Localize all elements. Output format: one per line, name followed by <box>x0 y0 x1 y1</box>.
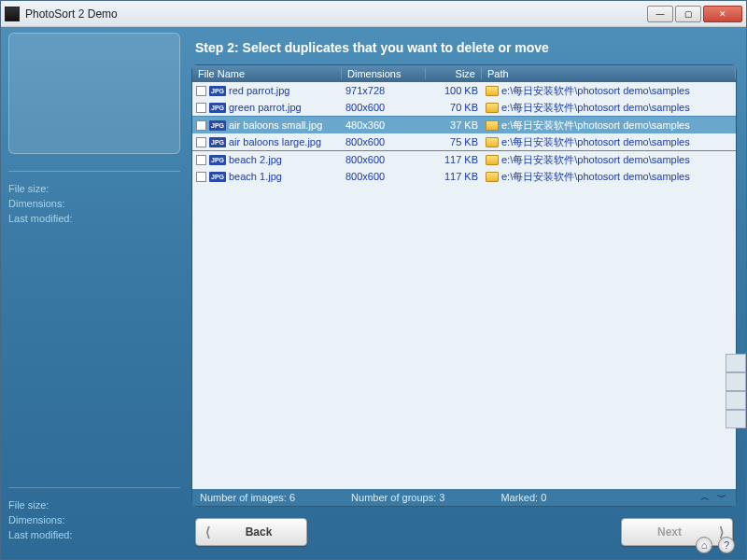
status-groups: Number of groups: 3 <box>351 492 444 503</box>
file-dimensions: 747x560 <box>342 102 426 113</box>
status-images: Number of images: 6 <box>200 492 295 503</box>
app-window: PhotoSort 2 Demo — ▢ ✕ File size: Dimens… <box>0 0 747 560</box>
table-row[interactable]: JPGgreen parrot.jpg800x60070 KBe:\每日安装软件… <box>192 99 736 116</box>
lastmod-label: Last modified: <box>8 527 180 542</box>
jpg-icon: JPG <box>209 86 226 96</box>
jpg-icon: JPG <box>209 103 226 113</box>
file-size: 70 KB <box>426 102 482 113</box>
lastmod-label: Last modified: <box>8 211 180 226</box>
maximize-button[interactable]: ▢ <box>675 6 701 22</box>
file-size: 75 KB <box>426 136 482 147</box>
folder-icon <box>486 155 499 165</box>
thumb-slot[interactable] <box>726 391 746 410</box>
file-name: beach 2.jpg <box>229 154 282 165</box>
filesize-label: File size: <box>8 181 180 196</box>
file-path: e:\每日安装软件\photosort demo\samples <box>501 101 690 115</box>
file-name: beach 1.jpg <box>229 171 282 182</box>
file-size: 117 KB <box>426 171 482 182</box>
titlebar[interactable]: PhotoSort 2 Demo — ▢ ✕ <box>1 1 746 27</box>
row-checkbox[interactable] <box>196 120 206 131</box>
thumb-slot[interactable] <box>726 354 746 372</box>
nav-buttons: ⟨ Back Next ⟩ <box>191 507 737 552</box>
chevron-left-icon: ⟨ <box>196 525 218 539</box>
col-filename[interactable]: File Name <box>192 68 342 79</box>
thumb-slot[interactable] <box>726 372 746 391</box>
file-dimensions: 480x360 <box>342 119 426 131</box>
jpg-icon: JPG <box>209 172 226 182</box>
file-path: e:\每日安装软件\photosort demo\samples <box>501 119 690 133</box>
file-dimensions: 747x560 <box>342 171 426 182</box>
file-dimensions: 747x560 <box>342 136 426 147</box>
close-button[interactable]: ✕ <box>703 6 742 22</box>
col-path[interactable]: Path <box>482 68 736 79</box>
table-row[interactable]: JPGair baloons small.jpg480x36037 KBe:\每… <box>192 117 736 133</box>
row-checkbox[interactable] <box>196 103 206 113</box>
app-body: File size: Dimensions: Last modified: Fi… <box>1 27 746 559</box>
row-checkbox[interactable] <box>196 137 206 147</box>
main-panel: Step 2: Select duplicates that you want … <box>188 27 746 559</box>
row-checkbox[interactable] <box>196 155 206 165</box>
jpg-icon: JPG <box>209 155 226 165</box>
info-block-1: File size: Dimensions: Last modified: <box>8 181 180 226</box>
filesize-label: File size: <box>8 497 180 512</box>
file-path: e:\每日安装软件\photosort demo\samples <box>501 170 690 184</box>
thumb-slot[interactable] <box>726 410 746 428</box>
preview-box-1 <box>8 33 180 154</box>
file-dimensions: 971x728 <box>342 85 426 96</box>
sidebar: File size: Dimensions: Last modified: Fi… <box>1 27 188 559</box>
jpg-icon: JPG <box>209 137 226 147</box>
info-block-2: File size: Dimensions: Last modified: <box>8 497 180 542</box>
settings-icon[interactable]: ⌂ <box>696 537 712 553</box>
folder-icon <box>486 137 499 147</box>
status-bar: Number of images: 6 Number of groups: 3 … <box>192 489 736 506</box>
row-checkbox[interactable] <box>196 172 206 182</box>
app-icon <box>5 7 20 21</box>
col-size[interactable]: Size <box>426 68 482 79</box>
window-controls: — ▢ ✕ <box>647 6 742 22</box>
back-label: Back <box>218 525 306 539</box>
prev-group-icon[interactable]: ︿ <box>698 492 712 503</box>
file-size: 37 KB <box>426 119 482 131</box>
folder-icon <box>486 172 499 182</box>
file-name: green parrot.jpg <box>229 102 302 113</box>
folder-icon <box>486 103 499 113</box>
file-path: e:\每日安装软件\photosort demo\samples <box>501 153 690 167</box>
status-marked: Marked: 0 <box>500 492 546 503</box>
table-row[interactable]: JPGred parrot.jpg971x728100 KBe:\每日安装软件\… <box>192 82 736 99</box>
help-icon[interactable]: ? <box>718 537 735 553</box>
col-dimensions[interactable]: Dimensions <box>342 68 426 79</box>
dimensions-label: Dimensions: <box>8 196 180 211</box>
table-row[interactable]: JPGair baloons large.jpg800x60075 KBe:\每… <box>192 133 736 150</box>
files-table: File Name Dimensions Size Path JPGred pa… <box>191 64 737 507</box>
table-header: File Name Dimensions Size Path <box>192 65 736 82</box>
file-name: red parrot.jpg <box>229 85 289 96</box>
row-checkbox[interactable] <box>196 86 206 96</box>
table-row[interactable]: JPGbeach 1.jpg800x600117 KBe:\每日安装软件\pho… <box>192 168 736 185</box>
back-button[interactable]: ⟨ Back <box>195 518 307 546</box>
file-size: 100 KB <box>426 85 482 96</box>
table-body: JPGred parrot.jpg971x728100 KBe:\每日安装软件\… <box>192 82 736 489</box>
thumbnail-strip <box>726 354 746 428</box>
file-path: e:\每日安装软件\photosort demo\samples <box>501 135 690 149</box>
step-title: Step 2: Select duplicates that you want … <box>191 35 737 64</box>
window-title: PhotoSort 2 Demo <box>25 7 647 21</box>
minimize-button[interactable]: — <box>647 6 673 22</box>
bottom-icons: ⌂ ? <box>696 537 735 553</box>
file-size: 117 KB <box>426 154 482 165</box>
folder-icon <box>486 86 499 96</box>
dimensions-label: Dimensions: <box>8 512 180 527</box>
file-name: air baloons large.jpg <box>229 136 321 147</box>
next-group-icon[interactable]: ﹀ <box>715 492 728 503</box>
file-path: e:\每日安装软件\photosort demo\samples <box>501 84 690 98</box>
jpg-icon: JPG <box>209 120 226 131</box>
file-name: air baloons small.jpg <box>229 119 322 131</box>
table-row[interactable]: JPGbeach 2.jpg800x600117 KBe:\每日安装软件\pho… <box>192 151 736 168</box>
folder-icon <box>486 120 499 131</box>
file-dimensions: 747x560 <box>342 154 426 165</box>
